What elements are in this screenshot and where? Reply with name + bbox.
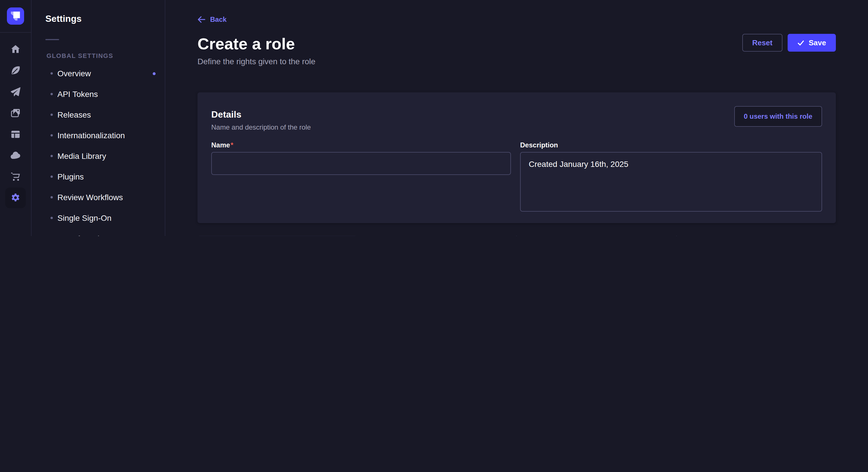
sidebar-item-label: Review Workflows (57, 193, 123, 202)
sidebar-item-global-settings-plugins[interactable]: Plugins (32, 167, 165, 186)
sidebar-item-label: Overview (57, 69, 91, 78)
back-label: Back (210, 15, 226, 24)
arrow-left-icon (197, 15, 206, 24)
save-button[interactable]: Save (787, 34, 836, 52)
rail-item-home[interactable] (0, 38, 31, 60)
description-label: Description (520, 141, 822, 149)
paper-plane-icon (10, 86, 21, 97)
name-label: Name* (211, 141, 511, 149)
back-link[interactable]: Back (197, 15, 226, 24)
tab-plugins[interactable]: Plugins (516, 236, 676, 236)
page-header: Back Create a role Define the rights giv… (197, 0, 836, 67)
main-content: Back Create a role Define the rights giv… (165, 0, 868, 236)
settings-sidebar-title: Settings (45, 14, 165, 24)
description-textarea[interactable]: Created January 16th, 2025 (520, 152, 822, 212)
main-nav-rail: KD (0, 0, 32, 236)
reset-button[interactable]: Reset (742, 34, 782, 52)
details-card-subtitle: Name and description of the role (211, 123, 822, 132)
bullet-icon (51, 113, 53, 116)
rail-item-layout-panel[interactable] (0, 123, 31, 144)
sidebar-item-label: Plugins (57, 172, 84, 181)
sidebar-item-label: Releases (57, 110, 91, 119)
bullet-icon (51, 175, 53, 178)
cart-icon (10, 171, 21, 182)
notification-dot (153, 72, 156, 75)
home-icon (10, 43, 21, 55)
details-card: Details Name and description of the role… (197, 92, 836, 223)
page-title: Create a role (197, 34, 836, 55)
sidebar-item-label: Single Sign-On (57, 213, 112, 223)
rail-item-gear[interactable] (0, 187, 31, 208)
sidebar-item-label: API Tokens (57, 90, 98, 99)
page-subtitle: Define the rights given to the role (197, 57, 836, 67)
required-asterisk: * (230, 141, 233, 149)
users-with-role-button[interactable]: 0 users with this role (734, 106, 822, 127)
sidebar-section-items: OverviewAPI TokensReleasesInternationali… (32, 64, 165, 236)
bullet-icon (51, 93, 53, 95)
cloud-icon (10, 149, 21, 161)
sidebar-item-global-settings-internationalization[interactable]: Internationalization (32, 126, 165, 144)
sidebar-item-global-settings-releases[interactable]: Releases (32, 105, 165, 124)
save-label: Save (809, 38, 826, 47)
rail-logo-section (0, 0, 31, 33)
sidebar-item-label: Media Library (57, 151, 106, 161)
bullet-icon (51, 72, 53, 74)
settings-sidebar: Settings GLOBAL SETTINGSOverviewAPI Toke… (32, 0, 165, 236)
permissions-section: Collection TypesSingle TypesPluginsSetti… (197, 236, 836, 236)
strapi-logo[interactable] (7, 7, 24, 25)
sidebar-section-global-settings: GLOBAL SETTINGS (46, 52, 165, 60)
layout-panel-icon (10, 128, 21, 140)
tab-single-types[interactable]: Single Types (357, 236, 516, 236)
active-nav-highlight (5, 187, 26, 208)
name-field-group: Name* (211, 141, 511, 212)
rail-item-cart[interactable] (0, 166, 31, 187)
rail-item-feather[interactable] (0, 60, 31, 81)
rail-icons (0, 33, 31, 208)
sidebar-item-global-settings-api-tokens[interactable]: API Tokens (32, 85, 165, 103)
sidebar-item-label: Internationalization (57, 131, 125, 140)
header-actions: Reset Save (742, 34, 836, 52)
name-input[interactable] (211, 152, 511, 175)
bullet-icon (51, 155, 53, 157)
strapi-admin-app: KD Settings GLOBAL SETTINGSOverviewAPI T… (0, 0, 868, 236)
details-card-title: Details (211, 109, 822, 121)
tab-collection-types[interactable]: Collection Types (197, 236, 357, 236)
sidebar-item-label: Transfer Tokens (57, 234, 115, 236)
tab-settings[interactable]: Settings (676, 236, 836, 236)
sidebar-item-global-settings-transfer-tokens[interactable]: Transfer Tokens (32, 229, 165, 236)
check-icon (797, 39, 804, 46)
sidebar-item-global-settings-media-library[interactable]: Media Library (32, 147, 165, 165)
sidebar-item-global-settings-single-sign-on[interactable]: Single Sign-On (32, 209, 165, 227)
permissions-tabbar: Collection TypesSingle TypesPluginsSetti… (197, 236, 836, 236)
sidebar-item-global-settings-overview[interactable]: Overview (32, 64, 165, 82)
bullet-icon (51, 134, 53, 136)
sidebar-item-global-settings-review-workflows[interactable]: Review Workflows (32, 188, 165, 206)
media-library-icon (10, 107, 21, 119)
sidebar-title-divider (45, 39, 59, 40)
rail-item-cloud[interactable] (0, 144, 31, 166)
rail-item-paper-plane[interactable] (0, 81, 31, 102)
details-fields: Name* Description Created January 16th, … (211, 141, 822, 212)
feather-icon (10, 65, 21, 76)
bullet-icon (51, 196, 53, 198)
bullet-icon (51, 217, 53, 219)
description-field-group: Description Created January 16th, 2025 (520, 141, 822, 212)
settings-nav: GLOBAL SETTINGSOverviewAPI TokensRelease… (32, 52, 165, 236)
rail-item-media-library[interactable] (0, 102, 31, 123)
gear-icon (10, 192, 21, 203)
